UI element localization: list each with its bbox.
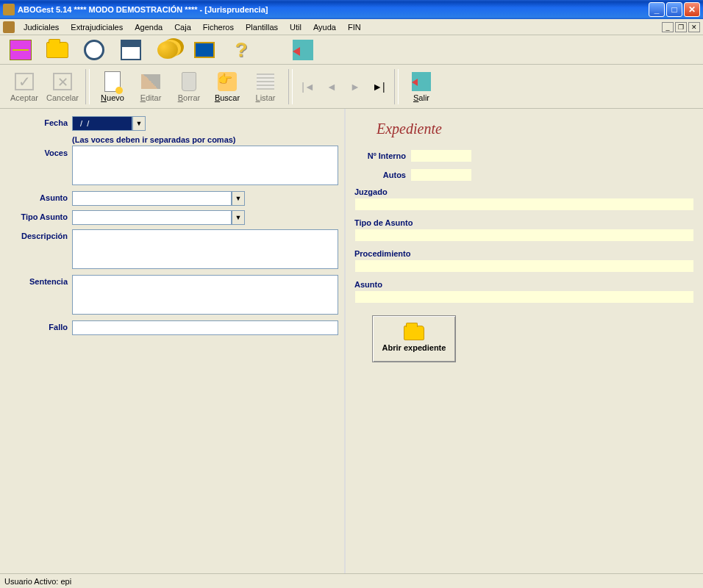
menu-plantillas[interactable]: Plantillas: [240, 21, 284, 33]
tipoasunto-input[interactable]: [72, 210, 232, 225]
exit-door-icon: [412, 72, 431, 91]
help-icon[interactable]: ?: [228, 38, 254, 62]
trash-icon: [182, 72, 196, 91]
descripcion-label: Descripción: [6, 229, 72, 240]
salir-button[interactable]: Salir: [403, 67, 440, 107]
juzgado-field: [354, 198, 694, 211]
x-icon: [53, 73, 72, 90]
app-icon: [3, 4, 15, 15]
exp-tipoasunto-label: Tipo de Asunto: [354, 218, 694, 227]
autos-field: [410, 168, 472, 182]
mdi-restore-button[interactable]: ❐: [675, 22, 687, 32]
open-folder-icon[interactable]: [44, 38, 71, 62]
voces-input[interactable]: [72, 146, 338, 185]
calendar-icon[interactable]: [118, 38, 144, 62]
edit-icon: [141, 74, 160, 89]
asunto-dropdown-button[interactable]: ▼: [232, 191, 245, 206]
form-panel: Fecha ▼ Voces (Las voces deben ir separa…: [0, 109, 346, 573]
coins-icon[interactable]: [154, 38, 181, 62]
menu-ayuda[interactable]: Ayuda: [307, 21, 342, 33]
nointerno-field: [410, 149, 472, 162]
action-toolbar: Aceptar Cancelar Nuevo Editar Borrar Bus…: [0, 65, 703, 109]
menu-bar: Judiciales Extrajudiciales Agenda Caja F…: [0, 19, 703, 35]
menu-app-icon: [3, 21, 15, 33]
autos-label: Autos: [354, 171, 410, 179]
fallo-input[interactable]: [72, 320, 338, 335]
main-toolbar: ?: [0, 35, 703, 65]
sentencia-label: Sentencia: [6, 275, 72, 286]
window-title: ABOGest 5.14 **** MODO DEMOSTRACIÓN ****…: [18, 5, 649, 14]
mdi-close-button[interactable]: ✕: [688, 22, 700, 32]
tipoasunto-dropdown-button[interactable]: ▼: [232, 210, 245, 225]
voces-hint: (Las voces deben ir separadas por comas): [72, 135, 338, 144]
expediente-panel: Expediente Nº Interno Autos Juzgado Tipo…: [346, 109, 703, 573]
editar-button: Editar: [132, 67, 169, 107]
procedimiento-field: [354, 259, 694, 273]
asunto-input[interactable]: [72, 191, 232, 206]
procedimiento-label: Procedimiento: [354, 249, 694, 258]
fallo-label: Fallo: [6, 320, 72, 331]
mdi-minimize-button[interactable]: _: [662, 22, 674, 32]
scales-icon[interactable]: [7, 38, 34, 62]
menu-caja[interactable]: Caja: [168, 21, 197, 33]
maximize-button[interactable]: □: [666, 2, 682, 17]
finger-point-icon: [218, 72, 237, 91]
menu-fin[interactable]: FIN: [342, 21, 367, 33]
descripcion-input[interactable]: [72, 229, 338, 269]
nav-first-button[interactable]: |◄: [297, 76, 319, 98]
nav-last-button[interactable]: ►|: [368, 76, 390, 98]
abrir-expediente-label: Abrir expediente: [382, 343, 446, 352]
menu-util[interactable]: Util: [284, 21, 307, 33]
nav-next-button[interactable]: ►: [344, 76, 366, 98]
aceptar-button: Aceptar: [6, 67, 43, 107]
exp-tipoasunto-field: [354, 229, 694, 242]
window-titlebar: ABOGest 5.14 **** MODO DEMOSTRACIÓN ****…: [0, 0, 703, 19]
voces-label: Voces: [6, 135, 72, 157]
list-icon: [257, 74, 274, 90]
check-icon: [15, 73, 34, 90]
exp-asunto-field: [354, 290, 694, 304]
fecha-input[interactable]: [72, 116, 132, 131]
new-doc-icon: [104, 71, 121, 92]
clock-icon[interactable]: [81, 38, 107, 62]
cancelar-button: Cancelar: [44, 67, 81, 107]
chest-icon[interactable]: [191, 38, 218, 62]
close-button[interactable]: ✕: [684, 2, 700, 17]
status-text: Usuario Activo: epi: [4, 577, 71, 586]
exit-icon[interactable]: [290, 38, 316, 62]
minimize-button[interactable]: _: [649, 2, 665, 17]
tipoasunto-label: Tipo Asunto: [6, 210, 72, 221]
fecha-dropdown-button[interactable]: ▼: [132, 116, 146, 131]
borrar-button: Borrar: [171, 67, 207, 107]
listar-button: Listar: [247, 67, 284, 107]
nav-prev-button[interactable]: ◄: [321, 76, 343, 98]
expediente-title: Expediente: [377, 121, 694, 137]
exp-asunto-label: Asunto: [354, 280, 694, 289]
nuevo-button[interactable]: Nuevo: [94, 67, 131, 107]
buscar-button[interactable]: Buscar: [209, 67, 246, 107]
asunto-label: Asunto: [6, 191, 72, 202]
abrir-expediente-button[interactable]: Abrir expediente: [372, 315, 456, 362]
sentencia-input[interactable]: [72, 275, 338, 315]
folder-open-icon: [404, 326, 424, 340]
status-bar: Usuario Activo: epi: [0, 573, 703, 588]
fecha-label: Fecha: [6, 116, 72, 127]
menu-extrajudiciales[interactable]: Extrajudiciales: [65, 21, 129, 33]
juzgado-label: Juzgado: [354, 187, 694, 196]
nointerno-label: Nº Interno: [354, 151, 410, 160]
menu-judiciales[interactable]: Judiciales: [18, 21, 65, 33]
menu-ficheros[interactable]: Ficheros: [197, 21, 240, 33]
menu-agenda[interactable]: Agenda: [129, 21, 168, 33]
